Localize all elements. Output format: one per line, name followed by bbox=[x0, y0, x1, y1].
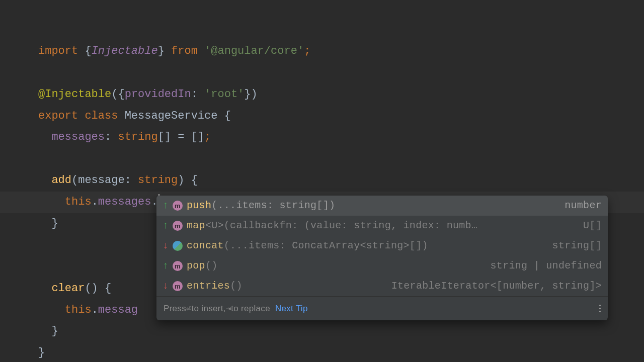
footer-hint-replace: to replace bbox=[231, 304, 270, 313]
dot: . bbox=[92, 304, 98, 316]
keyword-from: from bbox=[171, 45, 198, 57]
keyword-import: import bbox=[38, 45, 78, 57]
suggestion-push[interactable]: ↑ m push(...items: string[]) number bbox=[156, 196, 608, 216]
method-clear: clear bbox=[51, 282, 85, 295]
suggestion-signature: (...items: ConcatArray<string>[]) bbox=[224, 240, 428, 251]
equals: = bbox=[178, 131, 184, 143]
semicolon: ; bbox=[204, 131, 211, 143]
keyword-this: this bbox=[65, 304, 92, 316]
paren-close: ) bbox=[251, 88, 258, 101]
paren-close: ) bbox=[178, 174, 184, 187]
brace-close: } bbox=[51, 325, 58, 337]
colon: : bbox=[191, 88, 198, 101]
member-messages: messages bbox=[98, 196, 151, 208]
footer-hint-insert: to insert, bbox=[192, 304, 226, 313]
relevance-up-icon: ↑ bbox=[162, 261, 170, 271]
relevance-up-icon: ↑ bbox=[162, 221, 170, 231]
suggestion-pop[interactable]: ↑ m pop() string | undefined bbox=[156, 256, 608, 276]
brace-open: { bbox=[224, 110, 231, 122]
method-add: add bbox=[51, 174, 71, 187]
colon: : bbox=[125, 174, 131, 187]
relevance-down-icon: ↓ bbox=[162, 241, 170, 251]
field-messages: messages bbox=[51, 131, 105, 143]
enter-key-icon: ⏎ bbox=[186, 304, 192, 313]
suggestion-name: concat bbox=[187, 240, 224, 251]
tab-key-icon: ⇥ bbox=[226, 304, 231, 313]
autocomplete-popup[interactable]: ↑ m push(...items: string[]) number ↑ m … bbox=[156, 196, 608, 320]
keyword-class: class bbox=[85, 110, 118, 122]
param-message: message bbox=[78, 174, 124, 187]
method-badge-icon bbox=[173, 241, 183, 251]
suggestion-map[interactable]: ↑ m map<U>(callbackfn: (value: string, i… bbox=[156, 216, 608, 236]
method-badge-icon: m bbox=[173, 201, 183, 211]
relevance-down-icon: ↓ bbox=[162, 281, 170, 291]
paren-open: ( bbox=[71, 174, 78, 187]
property-providedin: providedIn bbox=[125, 88, 191, 101]
parens: () bbox=[85, 282, 98, 295]
suggestion-return-type: number bbox=[565, 201, 602, 211]
brace-open: { bbox=[105, 282, 111, 295]
type-string: string bbox=[118, 131, 157, 143]
keyword-export: export bbox=[38, 110, 78, 122]
paren-open: ( bbox=[111, 88, 118, 101]
brackets: [] bbox=[158, 131, 171, 143]
next-tip-link[interactable]: Next Tip bbox=[275, 304, 308, 313]
method-badge-icon: m bbox=[173, 221, 183, 231]
identifier-injectable: Injectable bbox=[92, 45, 158, 57]
suggestion-signature: <U>(callbackfn: (value: string, index: n… bbox=[205, 220, 477, 231]
footer-hint-prefix: Press bbox=[164, 304, 186, 313]
suggestion-entries[interactable]: ↓ m entries() IterableIterator<[number, … bbox=[156, 276, 608, 296]
member-messages-partial: messag bbox=[98, 304, 138, 316]
method-badge-icon: m bbox=[173, 281, 183, 291]
popup-footer: Press ⏎ to insert, ⇥ to replace Next Tip bbox=[156, 296, 608, 320]
brace-close: } bbox=[51, 217, 58, 230]
suggestion-return-type: IterableIterator<[number, string]> bbox=[391, 281, 602, 291]
suggestion-signature: () bbox=[230, 280, 243, 292]
suggestion-return-type: string[] bbox=[552, 241, 602, 251]
array-literal: [] bbox=[191, 131, 204, 143]
brace-close: } bbox=[158, 45, 165, 57]
suggestion-return-type: U[] bbox=[583, 221, 602, 231]
type-string: string bbox=[138, 174, 178, 187]
suggestion-signature: (...items: string[]) bbox=[211, 200, 335, 211]
suggestion-name: entries bbox=[187, 280, 230, 292]
class-name: MessageService bbox=[125, 110, 218, 122]
method-badge-icon: m bbox=[173, 261, 183, 271]
brace-open: { bbox=[118, 88, 124, 101]
suggestion-name: map bbox=[187, 220, 205, 231]
string-module: '@angular/core' bbox=[204, 45, 304, 57]
brace-open: { bbox=[191, 174, 198, 187]
semicolon: ; bbox=[304, 45, 310, 57]
more-options-icon[interactable] bbox=[599, 305, 601, 312]
brace-close: } bbox=[38, 346, 45, 359]
suggestion-name: push bbox=[187, 200, 211, 211]
decorator-at: @ bbox=[38, 88, 45, 101]
suggestion-return-type: string | undefined bbox=[491, 261, 602, 271]
relevance-up-icon: ↑ bbox=[162, 201, 170, 211]
suggestion-concat[interactable]: ↓ concat(...items: ConcatArray<string>[]… bbox=[156, 236, 608, 256]
dot: . bbox=[92, 196, 98, 208]
brace-open: { bbox=[85, 45, 91, 57]
brace-close: } bbox=[244, 88, 251, 101]
colon: : bbox=[105, 131, 111, 143]
suggestion-signature: () bbox=[205, 260, 218, 272]
suggestion-name: pop bbox=[187, 260, 205, 272]
decorator-name: Injectable bbox=[45, 88, 111, 101]
keyword-this: this bbox=[65, 196, 92, 208]
string-root: 'root' bbox=[204, 88, 244, 101]
